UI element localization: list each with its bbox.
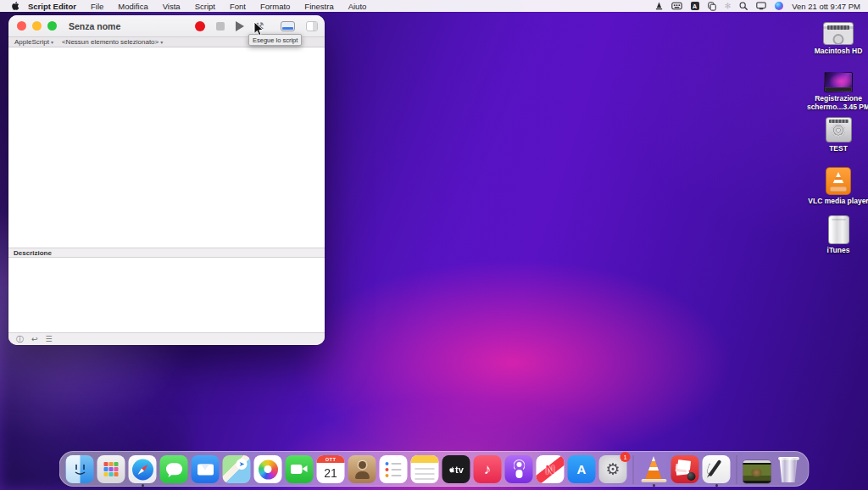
menu-file[interactable]: File <box>91 2 103 11</box>
dock-contacts[interactable] <box>348 455 376 483</box>
dock-messages[interactable] <box>160 455 188 483</box>
dock-vlc[interactable] <box>640 455 668 483</box>
keyboard-viewer-icon[interactable] <box>671 2 682 10</box>
clipboard-icon[interactable] <box>708 2 716 11</box>
dock-minimized-window[interactable] <box>743 460 771 483</box>
script-editor-window: Senza nome ⚒ AppleScript ▾ <Nessun eleme… <box>8 15 325 345</box>
photo-stack-icon <box>677 459 691 471</box>
desktop-icon-label: TEST <box>829 145 848 153</box>
dock-app-store[interactable]: A <box>568 455 596 483</box>
dock-facetime[interactable] <box>286 455 314 483</box>
desktop-icon-macintosh-hd[interactable]: Macintosh HD <box>804 22 868 56</box>
itunes-drive-icon <box>828 215 849 244</box>
person-body-icon <box>355 471 370 479</box>
podcasts-head-icon <box>516 462 521 467</box>
dock-divider <box>737 455 737 484</box>
dock-trash[interactable] <box>775 455 803 483</box>
desktop-icon-screen-recording[interactable]: Registrazione schermo...3.45 PM <box>804 72 868 112</box>
dock-reminders[interactable] <box>380 455 408 483</box>
element-selector-label: <Nessun elemento selezionato> <box>62 38 159 46</box>
desktop-icon-itunes[interactable]: iTunes <box>804 215 868 255</box>
dock-photo-booth[interactable] <box>671 455 699 483</box>
menu-app-name[interactable]: Script Editor <box>28 2 76 11</box>
description-header-label: Descrizione <box>14 249 52 257</box>
window-title: Senza nome <box>69 21 120 31</box>
dock-script-editor[interactable] <box>703 455 731 483</box>
language-popup[interactable]: AppleScript ▾ <box>14 38 53 46</box>
menu-aiuto[interactable]: Aiuto <box>348 2 367 11</box>
gear-icon: ⚙ <box>605 461 620 477</box>
notes-lines-icon <box>415 468 435 470</box>
dock-podcasts[interactable] <box>505 455 533 483</box>
desktop-icon-test[interactable]: TEST <box>804 117 868 153</box>
photos-pinwheel-icon <box>259 459 278 479</box>
dock-launchpad[interactable] <box>97 455 125 483</box>
toggle-bottom-panel-button[interactable] <box>281 21 295 31</box>
menu-vista[interactable]: Vista <box>163 2 181 11</box>
window-bottom-bar: ⓘ ↩ ☰ <box>8 332 325 345</box>
info-icon[interactable]: ⓘ <box>16 336 24 343</box>
zoom-button[interactable] <box>47 21 57 31</box>
spotlight-icon[interactable] <box>739 2 748 10</box>
menu-font[interactable]: Font <box>230 2 246 11</box>
dock-notes[interactable] <box>411 455 439 483</box>
close-button[interactable] <box>17 21 26 31</box>
stop-button[interactable] <box>216 22 225 31</box>
video-camera-icon <box>291 465 303 474</box>
siri-icon[interactable] <box>775 2 783 10</box>
desktop-icon-label: iTunes <box>827 247 850 255</box>
news-n-letter: N <box>546 462 555 476</box>
dock-maps[interactable]: ➤ <box>223 455 251 483</box>
speech-bubble-icon <box>166 463 182 475</box>
run-button[interactable] <box>236 21 244 31</box>
dock-news[interactable]: N <box>537 455 565 483</box>
internal-drive-icon <box>823 22 854 45</box>
dock-mail[interactable] <box>192 455 220 483</box>
dock-photos[interactable] <box>254 455 282 483</box>
result-return-icon[interactable]: ↩ <box>31 336 38 343</box>
dock-finder[interactable] <box>66 455 94 483</box>
running-indicator <box>715 484 718 487</box>
finder-face-icon <box>73 463 87 477</box>
record-button[interactable] <box>195 21 205 31</box>
element-selector-popup[interactable]: <Nessun elemento selezionato> ▾ <box>62 38 163 46</box>
tv-label: tv <box>455 465 464 475</box>
dock-apple-tv[interactable]: tv <box>442 455 470 483</box>
menu-bar-clock[interactable]: Ven 21 ott 9:47 PM <box>792 2 860 11</box>
apple-menu-icon[interactable] <box>11 1 19 11</box>
menu-formato[interactable]: Formato <box>260 2 290 11</box>
dock-system-preferences[interactable]: ⚙ 1 <box>599 455 627 483</box>
music-note-icon: ♪ <box>484 462 492 476</box>
log-list-icon[interactable]: ☰ <box>46 336 53 343</box>
fan-icon[interactable]: ✻ <box>725 3 732 10</box>
display-mirroring-icon[interactable] <box>756 2 766 10</box>
desktop-icon-vlc[interactable]: VLC media player <box>804 167 868 206</box>
menu-finestra[interactable]: Finestra <box>304 2 333 11</box>
mouse-cursor <box>253 21 264 36</box>
desktop-icon-label: Registrazione schermo...3.45 PM <box>804 95 868 112</box>
dock-safari[interactable] <box>129 455 157 483</box>
vlc-cone-icon <box>643 456 664 479</box>
toggle-sidebar-button[interactable] <box>306 21 318 31</box>
menu-script[interactable]: Script <box>195 2 215 11</box>
launchpad-grid-icon <box>104 462 108 466</box>
app-menus: Script Editor File Modifica Vista Script… <box>28 2 366 11</box>
dock-calendar[interactable]: OTT 21 <box>317 455 345 483</box>
menu-modifica[interactable]: Modifica <box>118 2 147 11</box>
notification-badge: 1 <box>620 452 631 462</box>
reminders-bullets-icon <box>386 462 389 465</box>
podcasts-body-icon <box>515 470 522 478</box>
input-source-icon[interactable]: A <box>691 2 699 10</box>
apple-logo-icon <box>448 466 454 473</box>
dock-music[interactable]: ♪ <box>474 455 502 483</box>
description-header-bar: Descrizione <box>8 248 325 258</box>
running-indicator <box>653 484 655 487</box>
script-editor-text-area[interactable] <box>8 47 325 248</box>
navigation-arrow-icon: ➤ <box>236 459 248 470</box>
vlc-cone-base <box>641 479 666 482</box>
minimize-button[interactable] <box>32 21 42 31</box>
cone-status-icon[interactable] <box>655 2 663 10</box>
chevron-down-icon: ▾ <box>160 39 163 45</box>
app-store-a-icon: A <box>577 462 587 476</box>
description-text-area[interactable] <box>8 258 325 332</box>
